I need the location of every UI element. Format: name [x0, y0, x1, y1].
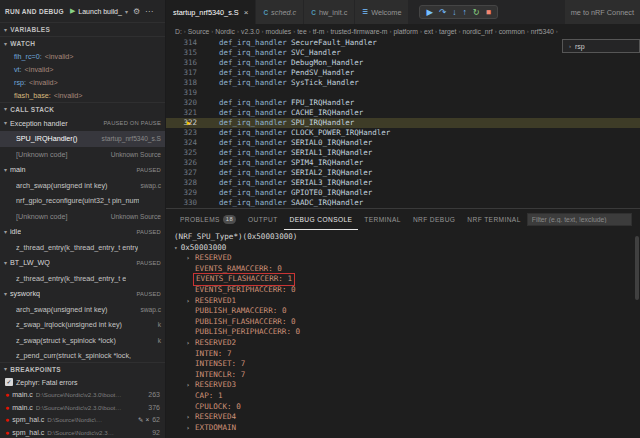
code-line[interactable]: 318def_irq_handlerSysTick_Handler [166, 78, 640, 88]
code-line[interactable]: 325def_irq_handlerSERIAL1_IRQHandler [166, 148, 640, 158]
panel-tab[interactable]: OUTPUT [242, 209, 284, 230]
code-line[interactable]: 326def_irq_handlerSPIM4_IRQHandler [166, 158, 640, 168]
register-row[interactable]: PUBLISH_FLASHACCERR: 0 [174, 317, 640, 328]
call-stack-row[interactable]: z_swap_irqlock(unsigned int key)k [0, 317, 165, 333]
line-number[interactable]: 321 [166, 108, 206, 118]
expand-icon[interactable]: › [186, 424, 190, 432]
register-row[interactable]: PUBLISH_RAMACCERR: 0 [174, 306, 640, 317]
breadcrumb-item[interactable]: target [439, 28, 456, 35]
call-stack-row[interactable]: ▾sysworkqPAUSED [0, 286, 165, 302]
line-number[interactable]: 327 [166, 168, 206, 178]
register-row[interactable]: ›RESERVED2 [174, 338, 640, 349]
console-filter-input[interactable] [527, 213, 632, 226]
expand-icon[interactable]: › [186, 297, 190, 305]
line-number[interactable]: 326 [166, 158, 206, 168]
register-row[interactable]: ›RESERVED1 [174, 296, 640, 307]
call-stack-row[interactable]: [Unknown code]Unknown Source [0, 209, 165, 225]
register-row[interactable]: ›RESERVED4 [174, 412, 640, 423]
editor-tab[interactable]: Chw_init.c [304, 0, 355, 24]
register-row[interactable]: CPULOCK: 0 [174, 402, 640, 413]
watch-row[interactable]: flash_base:<invalid> [0, 89, 165, 102]
line-number[interactable]: 320 [166, 98, 206, 108]
breadcrumb-item[interactable]: tee [297, 28, 306, 35]
line-number[interactable]: 323 [166, 128, 206, 138]
breakpoint-row[interactable]: ●spm_hal.cD:\Source\Nordic\v2.3…92 [0, 426, 165, 438]
line-number[interactable]: 315 [166, 48, 206, 58]
code-line[interactable]: 327def_irq_handlerSERIAL2_IRQHandler [166, 168, 640, 178]
breakpoint-row[interactable]: ✓Zephyr: Fatal errors [0, 376, 165, 389]
line-number[interactable]: 322 [166, 118, 206, 128]
line-number[interactable]: 324 [166, 138, 206, 148]
breakpoints-section-header[interactable]: ▾ BREAKPOINTS [0, 362, 165, 376]
stop-button[interactable]: ■ [486, 8, 491, 17]
panel-tab[interactable]: PROBLEMS18 [174, 209, 242, 230]
register-row[interactable]: CAP: 1 [174, 391, 640, 402]
breadcrumb-item[interactable]: nrf5340 [531, 28, 554, 35]
line-number[interactable]: 330 [166, 198, 206, 208]
expand-icon[interactable]: › [186, 339, 190, 347]
console-root-row[interactable]: ▾0x50003000 [174, 243, 640, 254]
step-into-button[interactable]: ↓ [452, 8, 456, 17]
watch-row[interactable]: rsp:<invalid> [0, 76, 165, 89]
register-row[interactable]: ›RESERVED [174, 253, 640, 264]
more-actions-icon[interactable]: ⋯ [145, 7, 153, 16]
variables-section-header[interactable]: ▾ VARIABLES [0, 22, 165, 36]
breadcrumb-item[interactable]: common [499, 28, 525, 35]
checkbox[interactable]: ✓ [5, 378, 13, 386]
panel-tab[interactable]: TERMINAL [358, 209, 407, 230]
breadcrumb-item[interactable]: modules [266, 28, 292, 35]
expand-icon[interactable]: › [186, 381, 190, 389]
breadcrumb-item[interactable]: Source [188, 28, 210, 35]
call-stack-row[interactable]: ▾Exception handlerPAUSED ON PAUSE [0, 116, 165, 132]
watch-section-header[interactable]: ▾ WATCH [0, 36, 165, 50]
line-number[interactable]: 328 [166, 178, 206, 188]
editor-tab[interactable]: ☰Welcome [355, 0, 409, 24]
editor-tab[interactable]: startup_nrf5340_s.S× [166, 0, 256, 24]
register-row[interactable]: INTENCLR: 7 [174, 370, 640, 381]
breadcrumb-item[interactable]: Nordic [215, 28, 235, 35]
breadcrumb-item[interactable]: D: [175, 28, 182, 35]
step-out-button[interactable]: ↑ [462, 8, 466, 17]
continue-button[interactable]: ▶ [426, 8, 433, 17]
peek-widget[interactable]: ›rsp [562, 39, 640, 53]
panel-tab[interactable]: DEBUG CONSOLE [284, 209, 359, 230]
call-stack-row[interactable]: arch_swap(unsigned int key)swap.c [0, 178, 165, 194]
code-line[interactable]: ▶322def_irq_handlerSPU_IRQHandler [166, 118, 640, 128]
breadcrumb-item[interactable]: v2.3.0 [241, 28, 260, 35]
line-number[interactable]: 318 [166, 78, 206, 88]
register-row[interactable]: ›RESERVED3 [174, 380, 640, 391]
line-number[interactable]: 316 [166, 58, 206, 68]
line-number[interactable]: 317 [166, 68, 206, 78]
code-line[interactable]: 319 [166, 88, 640, 98]
panel-tab[interactable]: NRF TERMINAL [461, 209, 526, 230]
register-row[interactable]: PUBLISH_PERIPHACCERR: 0 [174, 327, 640, 338]
watch-row[interactable]: fih_rc=0:<invalid> [0, 50, 165, 63]
call-stack-row[interactable]: z_thread_entry(k_thread_entry_t e [0, 271, 165, 287]
restart-button[interactable]: ↻ [473, 8, 480, 17]
close-icon[interactable]: × [244, 8, 249, 17]
code-line[interactable]: 320def_irq_handlerFPU_IRQHandler [166, 98, 640, 108]
code-line[interactable]: 329def_irq_handlerGPIOTE0_IRQHandler [166, 188, 640, 198]
code-line[interactable]: 317def_irq_handlerPendSV_Handler [166, 68, 640, 78]
launch-config-dropdown[interactable]: Launch build_ [78, 8, 122, 15]
call-stack-section-header[interactable]: ▾ CALL STACK [0, 102, 165, 116]
breadcrumb-item[interactable]: ext [424, 28, 433, 35]
panel-tab[interactable]: NRF DEBUG [407, 209, 461, 230]
breadcrumb-item[interactable]: nordic_nrf [462, 28, 492, 35]
breakpoint-row[interactable]: ●main.cD:\Source\Nordic\v2.3.0\boot…376 [0, 401, 165, 414]
register-row[interactable]: INTENSET: 7 [174, 359, 640, 370]
call-stack-row[interactable]: z_swap(struct k_spinlock *lock)k [0, 333, 165, 349]
call-stack-row[interactable]: SPU_IRQHandler()startup_nrf5340_s.S [0, 131, 165, 147]
call-stack-row[interactable]: z_thread_entry(k_thread_entry_t entry [0, 240, 165, 256]
call-stack-row[interactable]: z_pend_curr(struct k_spinlock *lock, [0, 348, 165, 362]
call-stack-row[interactable]: ▾idlePAUSED [0, 224, 165, 240]
call-stack-row[interactable]: ▾mainPAUSED [0, 162, 165, 178]
code-line[interactable]: 324def_irq_handlerSERIAL0_IRQHandler [166, 138, 640, 148]
call-stack-row[interactable]: [Unknown code]Unknown Source [0, 147, 165, 163]
gear-icon[interactable]: ⚙ [133, 7, 140, 16]
breadcrumb-item[interactable]: trusted-firmware-m [330, 28, 387, 35]
breadcrumb-item[interactable]: tf-m [313, 28, 325, 35]
code-line[interactable]: 323def_irq_handlerCLOCK_POWER_IRQHandler [166, 128, 640, 138]
code-line[interactable]: 321def_irq_handlerCACHE_IRQHandler [166, 108, 640, 118]
expand-icon[interactable]: › [186, 254, 190, 262]
